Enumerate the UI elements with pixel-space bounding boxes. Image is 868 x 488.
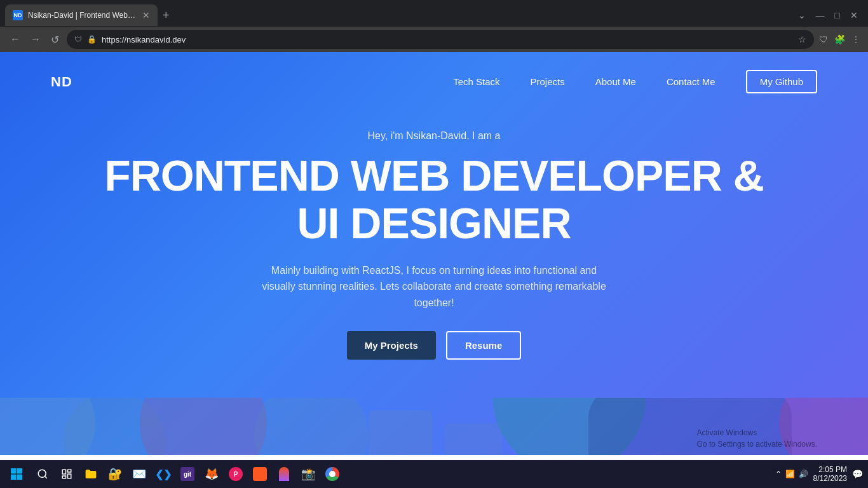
svg-rect-5 [17, 468, 22, 473]
tab-title: Nsikan-David | Frontend Web D... [28, 11, 137, 20]
bookmark-icon[interactable]: ☆ [798, 34, 806, 44]
figma-icon[interactable] [274, 464, 294, 484]
security-icon[interactable]: 🔐 [105, 464, 125, 484]
system-tray: ⌃ 📶 🔊 [775, 470, 808, 478]
my-projects-button[interactable]: My Projects [347, 331, 436, 360]
decorative-area [0, 398, 868, 455]
nav-projects[interactable]: Projects [531, 76, 565, 87]
square-2 [445, 423, 502, 455]
svg-rect-11 [68, 470, 71, 472]
hero-title-line1: FRONTEND WEB DEVELOPER & [104, 151, 764, 200]
maximize-button[interactable]: □ [835, 10, 840, 20]
square-1 [369, 410, 432, 455]
mail-icon[interactable]: ✉️ [129, 464, 149, 484]
github-button[interactable]: My Github [746, 70, 817, 93]
new-tab-button[interactable]: + [163, 9, 170, 22]
taskbar-clock[interactable]: 2:05 PM 8/12/2023 [813, 465, 847, 483]
taskbar-right: ⌃ 📶 🔊 2:05 PM 8/12/2023 💬 [775, 465, 863, 483]
notification-icon[interactable]: 💬 [852, 469, 863, 479]
puzzle-icon[interactable]: 🧩 [834, 34, 845, 44]
network-icon[interactable]: 📶 [785, 470, 795, 478]
resume-button[interactable]: Resume [446, 331, 521, 360]
extensions-icon[interactable]: 🛡 [819, 34, 828, 44]
svg-rect-6 [11, 475, 16, 480]
svg-point-8 [38, 470, 46, 477]
svg-rect-13 [62, 476, 65, 478]
refresh-button[interactable]: ↺ [48, 31, 62, 48]
site-logo: ND [51, 74, 72, 90]
nav-tech-stack[interactable]: Tech Stack [453, 76, 499, 87]
app9-icon[interactable] [250, 464, 270, 484]
browser-chrome: ND Nsikan-David | Frontend Web D... ✕ + … [0, 0, 868, 52]
git-bash-icon[interactable]: git [177, 464, 198, 484]
app11-icon[interactable]: 📸 [298, 464, 318, 484]
nav-about-me[interactable]: About Me [595, 76, 636, 87]
speaker-icon[interactable]: 🔊 [799, 470, 808, 478]
navbar: ND Tech Stack Projects About Me Contact … [0, 52, 868, 111]
search-taskbar-icon[interactable] [32, 464, 53, 484]
website-content: ND Tech Stack Projects About Me Contact … [0, 52, 868, 488]
tab-bar: ND Nsikan-David | Frontend Web D... ✕ + … [0, 0, 868, 27]
shield-icon: 🛡 [74, 35, 82, 44]
hero-buttons: My Projects Resume [51, 331, 817, 360]
start-button[interactable] [5, 463, 28, 485]
file-explorer-icon[interactable] [81, 464, 101, 484]
tray-up-arrow[interactable]: ⌃ [775, 470, 782, 478]
menu-icon[interactable]: ⋮ [851, 34, 860, 44]
hero-content: Hey, i'm Nsikan-David. I am a FRONTEND W… [0, 111, 868, 398]
tab-dropdown-button[interactable]: ⌄ [798, 10, 806, 20]
address-bar[interactable]: 🛡 🔒 https://nsikandavid.dev ☆ [67, 30, 814, 49]
hero-subtitle: Mainly building with ReactJS, I focus on… [256, 262, 612, 311]
tab-close-button[interactable]: ✕ [142, 10, 150, 20]
window-controls: ⌄ — □ ✕ [798, 10, 863, 20]
circle-3 [140, 398, 267, 455]
circle-6 [588, 398, 792, 455]
svg-rect-4 [11, 468, 16, 473]
task-view-icon[interactable] [57, 464, 77, 484]
minimize-button[interactable]: — [816, 10, 825, 20]
chrome-icon[interactable] [322, 464, 342, 484]
circle-7 [779, 398, 868, 455]
back-button[interactable]: ← [8, 31, 23, 48]
svg-rect-12 [68, 474, 71, 478]
url-display: https://nsikandavid.dev [102, 35, 793, 44]
browser-toolbar: ← → ↺ 🛡 🔒 https://nsikandavid.dev ☆ 🛡 🧩 … [0, 27, 868, 52]
forward-button[interactable]: → [28, 31, 43, 48]
firefox-icon[interactable]: 🦊 [201, 464, 222, 484]
svg-rect-10 [62, 470, 65, 474]
nav-contact-me[interactable]: Contact Me [667, 76, 715, 87]
hero-greeting: Hey, i'm Nsikan-David. I am a [51, 130, 817, 142]
hero-title: FRONTEND WEB DEVELOPER & UI DESIGNER [51, 152, 817, 247]
circle-4 [254, 398, 369, 455]
browser-tab[interactable]: ND Nsikan-David | Frontend Web D... ✕ [5, 4, 158, 26]
tab-favicon: ND [13, 10, 23, 20]
svg-line-9 [44, 476, 46, 478]
taskbar-time-display: 2:05 PM [813, 465, 847, 474]
svg-rect-7 [17, 475, 22, 480]
app8-icon[interactable]: P [226, 464, 246, 484]
hero-title-line2: UI DESIGNER [297, 199, 571, 247]
nav-links: Tech Stack Projects About Me Contact Me … [453, 70, 817, 93]
taskbar: 🔐 ✉️ ❮❯ git 🦊 P 📸 ⌃ 📶 🔊 2:05 PM 8/12/202… [0, 460, 868, 488]
hero-section: ND Tech Stack Projects About Me Contact … [0, 52, 868, 455]
vscode-icon[interactable]: ❮❯ [153, 464, 173, 484]
close-button[interactable]: ✕ [850, 10, 858, 20]
windows-logo-icon [10, 468, 23, 480]
lock-icon: 🔒 [87, 35, 97, 44]
taskbar-date-display: 8/12/2023 [813, 474, 847, 483]
toolbar-right: 🛡 🧩 ⋮ [819, 34, 860, 44]
